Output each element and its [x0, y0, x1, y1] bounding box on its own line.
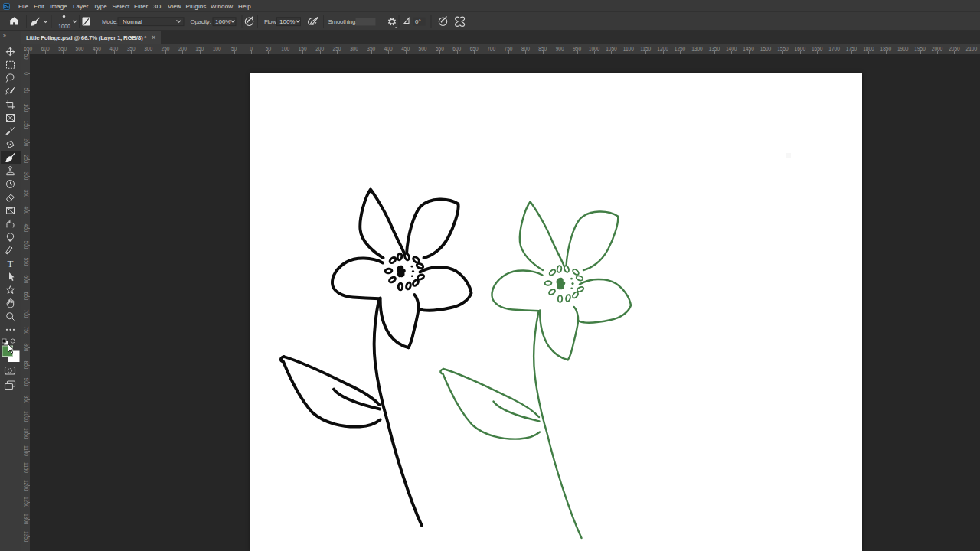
svg-text:T: T	[8, 258, 14, 269]
svg-text:Opacity:: Opacity:	[191, 18, 211, 25]
svg-text:Smoothing:: Smoothing:	[328, 18, 358, 25]
svg-text:Mode:: Mode:	[102, 18, 118, 25]
svg-text:100%: 100%	[279, 18, 295, 25]
svg-text:100%: 100%	[215, 18, 230, 25]
svg-text:0°: 0°	[415, 18, 421, 25]
svg-text:Flow:: Flow:	[264, 18, 278, 25]
svg-text:Normal: Normal	[122, 18, 142, 25]
